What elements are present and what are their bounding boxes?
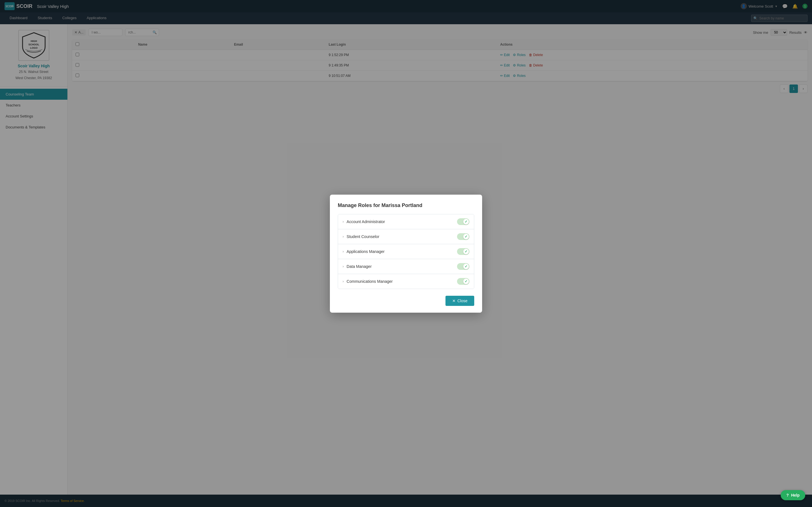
- help-button[interactable]: ? Help: [781, 490, 805, 500]
- toggle-wrap: ✓: [457, 278, 469, 285]
- role-toggle[interactable]: ✓: [457, 263, 469, 270]
- role-toggle[interactable]: ✓: [457, 278, 469, 285]
- check-icon: ✓: [465, 235, 467, 238]
- role-name: Communications Manager: [347, 279, 393, 284]
- chevron-right-icon[interactable]: ›: [343, 279, 344, 283]
- role-item-student-counselor: › Student Counselor ✓: [338, 229, 474, 244]
- check-icon: ✓: [465, 249, 467, 253]
- close-button[interactable]: ✕ Close: [446, 296, 474, 306]
- role-item-left: › Applications Manager: [343, 249, 385, 254]
- role-item-left: › Account Administrator: [343, 219, 385, 224]
- toggle-wrap: ✓: [457, 233, 469, 240]
- roles-list: › Account Administrator ✓ › Student Coun…: [338, 214, 474, 289]
- role-item-left: › Data Manager: [343, 264, 371, 269]
- role-item-applications-manager: › Applications Manager ✓: [338, 244, 474, 259]
- role-toggle[interactable]: ✓: [457, 218, 469, 225]
- role-name: Applications Manager: [347, 249, 385, 254]
- modal-title: Manage Roles for Marissa Portland: [338, 203, 474, 209]
- toggle-knob: ✓: [463, 249, 469, 255]
- role-item-left: › Student Counselor: [343, 234, 379, 239]
- role-toggle[interactable]: ✓: [457, 248, 469, 255]
- modal-overlay: Manage Roles for Marissa Portland › Acco…: [0, 0, 812, 507]
- chevron-right-icon[interactable]: ›: [343, 264, 344, 269]
- role-item-account-admin: › Account Administrator ✓: [338, 214, 474, 229]
- role-name: Student Counselor: [347, 234, 379, 239]
- role-name: Data Manager: [347, 264, 371, 269]
- role-item-communications-manager: › Communications Manager ✓: [338, 274, 474, 289]
- chevron-right-icon[interactable]: ›: [343, 234, 344, 238]
- toggle-wrap: ✓: [457, 263, 469, 270]
- chevron-right-icon[interactable]: ›: [343, 219, 344, 224]
- close-x-icon: ✕: [452, 298, 456, 303]
- toggle-knob: ✓: [463, 234, 469, 239]
- modal-footer: ✕ Close: [338, 296, 474, 306]
- help-question-icon: ?: [786, 493, 789, 497]
- chevron-right-icon[interactable]: ›: [343, 249, 344, 253]
- role-name: Account Administrator: [347, 219, 385, 224]
- manage-roles-modal: Manage Roles for Marissa Portland › Acco…: [330, 194, 482, 313]
- toggle-knob: ✓: [463, 219, 469, 224]
- toggle-knob: ✓: [463, 264, 469, 269]
- help-label: Help: [791, 493, 800, 497]
- role-item-data-manager: › Data Manager ✓: [338, 259, 474, 274]
- toggle-knob: ✓: [463, 279, 469, 284]
- toggle-wrap: ✓: [457, 218, 469, 225]
- check-icon: ✓: [465, 265, 467, 269]
- role-item-left: › Communications Manager: [343, 279, 393, 284]
- check-icon: ✓: [465, 220, 467, 224]
- toggle-wrap: ✓: [457, 248, 469, 255]
- close-label: Close: [457, 298, 467, 303]
- check-icon: ✓: [465, 279, 467, 283]
- role-toggle[interactable]: ✓: [457, 233, 469, 240]
